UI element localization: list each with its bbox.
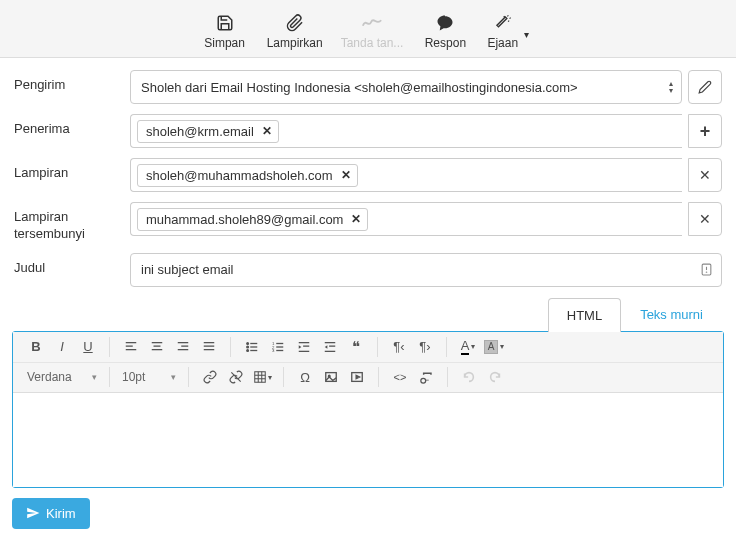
align-left-button[interactable] [118, 335, 144, 359]
text-color-button[interactable]: A▾ [455, 335, 481, 359]
svg-point-17 [247, 349, 249, 351]
clear-bcc-button[interactable]: ✕ [688, 202, 722, 236]
svg-point-45 [420, 378, 425, 383]
editor-toolbar: B I U 123 ❝ ¶‹ ¶› [13, 332, 723, 393]
bcc-chip: muhammad.sholeh89@gmail.com ✕ [137, 208, 368, 231]
link-button[interactable] [197, 365, 223, 389]
svg-marker-44 [356, 376, 360, 380]
add-recipient-button[interactable]: + [688, 114, 722, 148]
cc-field[interactable]: sholeh@muhammadsholeh.com ✕ [130, 158, 682, 192]
rtl-button[interactable]: ¶› [412, 335, 438, 359]
align-center-button[interactable] [144, 335, 170, 359]
svg-rect-36 [254, 372, 265, 383]
save-icon [216, 12, 234, 34]
bcc-field[interactable]: muhammad.sholeh89@gmail.com ✕ [130, 202, 682, 236]
cc-chip: sholeh@muhammadsholeh.com ✕ [137, 164, 358, 187]
bcc-label: Lampiran tersembunyi [14, 202, 130, 243]
redo-button[interactable] [482, 365, 508, 389]
recipient-label: Penerima [14, 114, 130, 136]
edit-sender-button[interactable] [688, 70, 722, 104]
tab-plain[interactable]: Teks murni [621, 297, 722, 331]
subject-label: Judul [14, 253, 130, 275]
outdent-button[interactable] [291, 335, 317, 359]
editor-tabs: HTML Teks murni [0, 297, 736, 331]
media-button[interactable] [344, 365, 370, 389]
align-right-button[interactable] [170, 335, 196, 359]
undo-button[interactable] [456, 365, 482, 389]
chevron-down-icon[interactable]: ▾ [524, 29, 529, 40]
svg-line-35 [231, 373, 240, 382]
unlink-button[interactable] [223, 365, 249, 389]
compose-form: Pengirim Sholeh dari Email Hosting Indon… [0, 58, 736, 287]
svg-marker-34 [325, 345, 328, 349]
rich-editor: B I U 123 ❝ ¶‹ ¶› [12, 331, 724, 488]
spell-button[interactable]: Ejaan ▾ [487, 12, 535, 50]
blockquote-button[interactable]: ❝ [343, 335, 369, 359]
sender-row: Pengirim Sholeh dari Email Hosting Indon… [14, 70, 722, 104]
svg-point-16 [247, 346, 249, 348]
image-button[interactable] [318, 365, 344, 389]
send-button[interactable]: Kirim [12, 498, 90, 529]
sender-select[interactable]: Sholeh dari Email Hosting Indonesia <sho… [130, 70, 682, 104]
clear-cc-button[interactable]: ✕ [688, 158, 722, 192]
indent-button[interactable] [317, 335, 343, 359]
comment-icon [436, 12, 454, 34]
editor-body[interactable] [13, 393, 723, 487]
bcc-row: Lampiran tersembunyi muhammad.sholeh89@g… [14, 202, 722, 243]
signature-icon [361, 12, 383, 34]
code-button[interactable]: <> [387, 365, 413, 389]
cc-row: Lampiran sholeh@muhammadsholeh.com ✕ ✕ [14, 158, 722, 192]
bg-color-button[interactable]: A▾ [481, 335, 507, 359]
table-button[interactable]: ▾ [249, 365, 275, 389]
find-button[interactable] [413, 365, 439, 389]
svg-rect-41 [326, 373, 337, 382]
font-family-select[interactable]: Verdana▾ [19, 370, 105, 384]
remove-chip-icon[interactable]: ✕ [341, 168, 351, 182]
recipient-field[interactable]: sholeh@krm.email ✕ [130, 114, 682, 148]
ltr-button[interactable]: ¶‹ [386, 335, 412, 359]
save-button[interactable]: Simpan [201, 12, 249, 50]
svg-point-2 [706, 272, 707, 273]
number-list-button[interactable]: 123 [265, 335, 291, 359]
underline-button[interactable]: U [75, 335, 101, 359]
align-justify-button[interactable] [196, 335, 222, 359]
font-size-select[interactable]: 10pt▾ [114, 370, 184, 384]
paperclip-icon [286, 12, 304, 34]
subject-input[interactable]: ini subject email [130, 253, 722, 287]
sender-label: Pengirim [14, 70, 130, 92]
remove-chip-icon[interactable]: ✕ [262, 124, 272, 138]
priority-icon[interactable] [700, 263, 713, 276]
respond-button[interactable]: Respon [421, 12, 469, 50]
updown-icon: ▴▾ [669, 80, 673, 94]
subject-row: Judul ini subject email [14, 253, 722, 287]
special-char-button[interactable]: Ω [292, 365, 318, 389]
svg-marker-30 [299, 345, 302, 349]
tab-html[interactable]: HTML [548, 298, 621, 332]
recipient-row: Penerima sholeh@krm.email ✕ + [14, 114, 722, 148]
recipient-chip: sholeh@krm.email ✕ [137, 120, 279, 143]
svg-point-15 [247, 342, 249, 344]
remove-chip-icon[interactable]: ✕ [351, 212, 361, 226]
signature-button: Tanda tan... [341, 12, 404, 50]
main-toolbar: Simpan Lampirkan Tanda tan... Respon Eja… [0, 0, 736, 58]
wand-icon [494, 12, 512, 34]
bold-button[interactable]: B [23, 335, 49, 359]
italic-button[interactable]: I [49, 335, 75, 359]
sender-value: Sholeh dari Email Hosting Indonesia <sho… [141, 80, 578, 95]
attach-button[interactable]: Lampirkan [267, 12, 323, 50]
bullet-list-button[interactable] [239, 335, 265, 359]
svg-text:3: 3 [272, 348, 275, 353]
footer: Kirim [0, 488, 736, 536]
send-icon [26, 506, 40, 520]
cc-label: Lampiran [14, 158, 130, 180]
